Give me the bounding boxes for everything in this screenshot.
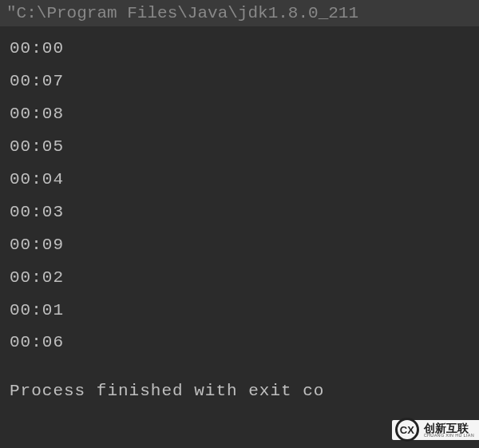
process-status: Process finished with exit co bbox=[0, 382, 479, 400]
output-line: 00:09 bbox=[10, 229, 469, 262]
watermark-main: 创新互联 bbox=[424, 422, 474, 434]
watermark-text: 创新互联 CHUANG XIN HU LIAN bbox=[424, 422, 474, 438]
output-line: 00:03 bbox=[10, 196, 469, 229]
watermark-icon: CX bbox=[395, 418, 419, 442]
output-line: 00:08 bbox=[10, 98, 469, 131]
command-line: "C:\Program Files\Java\jdk1.8.0_211 bbox=[0, 0, 479, 26]
output-line: 00:06 bbox=[10, 327, 469, 359]
output-line: 00:07 bbox=[10, 65, 469, 98]
output-line: 00:05 bbox=[10, 131, 469, 164]
watermark-logo-circle: CX bbox=[395, 418, 419, 442]
watermark-badge: CX 创新互联 CHUANG XIN HU LIAN bbox=[392, 420, 479, 441]
output-line: 00:01 bbox=[10, 295, 469, 327]
command-text: "C:\Program Files\Java\jdk1.8.0_211 bbox=[6, 4, 358, 22]
output-line: 00:04 bbox=[10, 164, 469, 196]
status-text: Process finished with exit co bbox=[10, 382, 324, 400]
output-line: 00:02 bbox=[10, 262, 469, 295]
output-line: 00:00 bbox=[10, 33, 469, 65]
console-output: 00:00 00:07 00:08 00:05 00:04 00:03 00:0… bbox=[0, 26, 479, 382]
watermark-sub: CHUANG XIN HU LIAN bbox=[424, 434, 474, 438]
blank-line bbox=[10, 359, 469, 375]
